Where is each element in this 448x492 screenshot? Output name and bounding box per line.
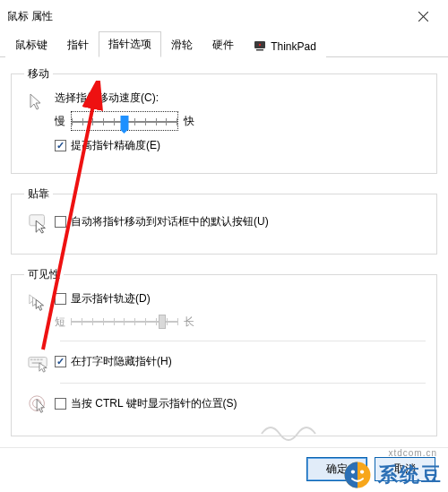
- watermark-sub: xtdcom.cn: [388, 448, 437, 458]
- pointer-trails-checkbox[interactable]: [55, 293, 66, 305]
- hide-while-typing-icon: [28, 352, 49, 374]
- svg-point-17: [360, 470, 364, 473]
- svg-rect-10: [40, 358, 43, 360]
- tab-label: ThinkPad: [271, 40, 316, 53]
- pointer-speed-label: 选择指针移动速度(C):: [55, 91, 426, 106]
- tab-strip: 鼠标键 指针 指针选项 滑轮 硬件 ThinkPad: [0, 30, 448, 57]
- close-x-icon: [418, 12, 428, 22]
- hide-while-typing-checkbox[interactable]: [55, 356, 66, 367]
- divider: [60, 341, 426, 341]
- pointer-speed-slider[interactable]: [71, 111, 178, 131]
- divider: [60, 383, 426, 384]
- motion-cursor-icon: [28, 92, 49, 114]
- trails-long-label: 长: [184, 315, 194, 330]
- svg-rect-9: [37, 358, 39, 360]
- tab-label: 硬件: [212, 39, 234, 51]
- slow-label: 慢: [55, 114, 65, 129]
- snap-to-default-label: 自动将指针移动到对话框中的默认按钮(U): [71, 214, 269, 229]
- trails-short-label: 短: [55, 315, 65, 330]
- ctrl-locate-icon: [28, 394, 49, 416]
- svg-rect-4: [256, 49, 263, 51]
- group-visibility-legend: 可见性: [24, 267, 64, 282]
- tab-panel: 移动 选择指针移动速度(C): 慢 快: [0, 57, 448, 458]
- hide-while-typing-label: 在打字时隐藏指针(H): [71, 354, 172, 369]
- tab-thinkpad[interactable]: ThinkPad: [244, 34, 326, 57]
- ctrl-locate-label: 当按 CTRL 键时显示指针的位置(S): [71, 396, 237, 411]
- group-motion: 移动 选择指针移动速度(C): 慢 快: [11, 66, 437, 174]
- tab-label: 指针选项: [108, 38, 151, 50]
- close-button[interactable]: [405, 5, 441, 27]
- svg-rect-8: [33, 358, 36, 360]
- snap-to-default-checkbox[interactable]: [55, 216, 66, 228]
- pointer-trails-slider: [71, 312, 178, 332]
- svg-point-3: [259, 44, 261, 46]
- watermark-logo-icon: [342, 460, 373, 490]
- svg-rect-7: [30, 358, 33, 360]
- group-snap: 贴靠 自动将指针移动到对话框中的默认按钮(U): [11, 186, 437, 255]
- tab-pointers[interactable]: 指针: [57, 32, 99, 57]
- tab-buttons[interactable]: 鼠标键: [5, 32, 57, 57]
- snap-to-icon: [28, 212, 49, 234]
- watermark: 系统豆: [342, 460, 443, 490]
- group-snap-legend: 贴靠: [24, 186, 53, 202]
- thinkpad-icon: [254, 39, 266, 52]
- svg-point-16: [351, 470, 355, 473]
- tab-label: 鼠标键: [15, 39, 47, 51]
- tab-label: 指针: [67, 39, 89, 51]
- tab-wheel[interactable]: 滑轮: [161, 32, 202, 57]
- tab-hardware[interactable]: 硬件: [202, 32, 244, 57]
- enhance-precision-label: 提高指针精确度(E): [71, 138, 160, 153]
- pointer-trails-icon: [28, 293, 49, 315]
- ctrl-locate-checkbox[interactable]: [55, 398, 66, 410]
- tab-label: 滑轮: [171, 39, 193, 51]
- tab-pointer-options[interactable]: 指针选项: [99, 31, 161, 57]
- window-title: 鼠标 属性: [7, 9, 53, 24]
- enhance-precision-checkbox[interactable]: [55, 140, 66, 151]
- watermark-text: 系统豆: [378, 462, 443, 488]
- pointer-trails-label: 显示指针轨迹(D): [71, 291, 151, 306]
- group-visibility: 可见性 显示指针轨迹(D) 短: [11, 267, 437, 436]
- group-motion-legend: 移动: [24, 66, 53, 82]
- titlebar: 鼠标 属性: [0, 0, 448, 30]
- fast-label: 快: [184, 114, 194, 129]
- wave-overlay-icon: [260, 416, 323, 443]
